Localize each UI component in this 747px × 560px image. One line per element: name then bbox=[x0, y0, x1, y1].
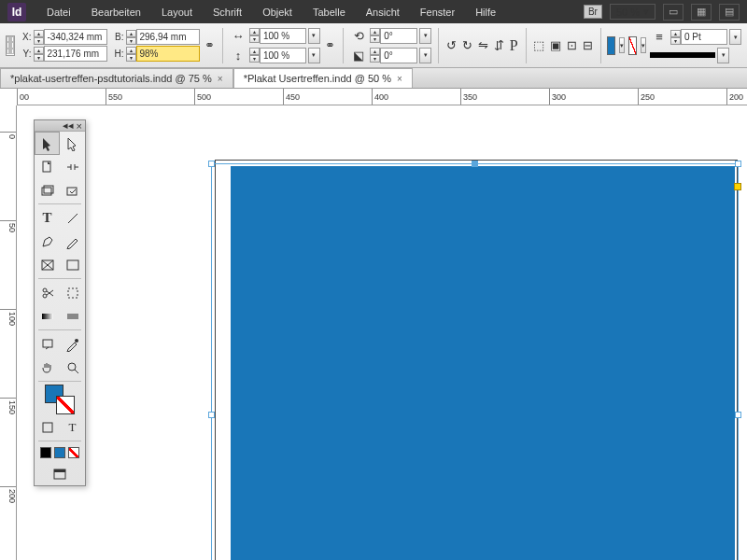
flip-h-icon[interactable]: ⇋ bbox=[477, 36, 489, 55]
fit-frame-icon[interactable]: ⊟ bbox=[582, 36, 594, 55]
w-up[interactable]: ▴ bbox=[126, 30, 136, 37]
scissors-tool[interactable] bbox=[35, 281, 60, 304]
stroke-weight-input[interactable] bbox=[681, 29, 727, 45]
page-tool[interactable] bbox=[35, 155, 60, 178]
close-icon[interactable]: × bbox=[77, 120, 82, 132]
stroke-swatch-none[interactable] bbox=[628, 36, 637, 55]
svg-point-16 bbox=[68, 363, 76, 371]
zoom-level[interactable]: 50 %▾ bbox=[610, 4, 655, 20]
hand-tool[interactable] bbox=[35, 356, 60, 379]
select-content-icon[interactable]: ▣ bbox=[549, 36, 562, 55]
scale-y-input[interactable] bbox=[260, 48, 306, 63]
x-up[interactable]: ▴ bbox=[34, 30, 44, 37]
panel-header[interactable]: ◂◂× bbox=[35, 120, 85, 132]
fill-dd[interactable]: ▾ bbox=[619, 37, 625, 53]
fit-content-icon[interactable]: ⊡ bbox=[566, 36, 578, 55]
tab-doc-2[interactable]: *Plakat Usertreffen.indd @ 50 %× bbox=[233, 68, 413, 88]
handle-top-left[interactable] bbox=[208, 161, 215, 167]
handle-mid-right[interactable] bbox=[735, 412, 741, 418]
zoom-tool[interactable] bbox=[60, 356, 85, 379]
scale-x-input[interactable] bbox=[260, 28, 306, 44]
h-up[interactable]: ▴ bbox=[126, 47, 136, 54]
fill-swatch[interactable] bbox=[607, 36, 615, 55]
horizontal-ruler[interactable]: 00 550 500 450 400 350 300 250 200 bbox=[17, 89, 747, 105]
gap-tool[interactable] bbox=[60, 155, 85, 178]
format-text-icon[interactable]: T bbox=[60, 415, 85, 439]
svg-point-15 bbox=[75, 339, 78, 343]
direct-selection-tool[interactable] bbox=[60, 132, 85, 155]
tab-doc-1[interactable]: *plakat-usertreffen-psdtutorials.indd @ … bbox=[0, 68, 233, 88]
menu-fenster[interactable]: Fenster bbox=[411, 4, 464, 21]
canvas[interactable] bbox=[17, 105, 747, 560]
handle-mid-left[interactable] bbox=[208, 412, 215, 418]
close-icon[interactable]: × bbox=[397, 74, 402, 84]
x-down[interactable]: ▾ bbox=[34, 37, 44, 45]
type-tool[interactable]: T bbox=[35, 206, 60, 230]
stroke-weight-icon: ≡ bbox=[650, 28, 669, 47]
y-up[interactable]: ▴ bbox=[34, 47, 44, 54]
apply-black-icon[interactable] bbox=[40, 447, 51, 458]
rotate-ccw-icon[interactable]: ↺ bbox=[445, 36, 458, 55]
char-panel-icon[interactable]: P bbox=[509, 36, 519, 55]
eyedropper-tool[interactable] bbox=[60, 332, 85, 356]
selection-tool[interactable] bbox=[35, 132, 60, 155]
handle-top-right[interactable] bbox=[735, 161, 741, 167]
screen-mode-icon[interactable]: ▭ bbox=[663, 4, 684, 21]
shear-input[interactable] bbox=[380, 48, 417, 63]
workspace-icon[interactable]: ▤ bbox=[719, 4, 740, 21]
h-down[interactable]: ▾ bbox=[126, 54, 136, 62]
rotate-cw-icon[interactable]: ↻ bbox=[461, 36, 473, 55]
scale-x-icon: ↔ bbox=[229, 26, 247, 45]
stroke-dd[interactable]: ▾ bbox=[641, 37, 646, 53]
scale-y-dd[interactable]: ▾ bbox=[308, 48, 320, 63]
gradient-swatch-tool[interactable] bbox=[35, 304, 60, 328]
close-icon[interactable]: × bbox=[218, 74, 223, 84]
vertical-ruler[interactable]: 0 50 100 150 200 bbox=[0, 105, 17, 560]
menu-datei[interactable]: Datei bbox=[37, 4, 80, 21]
flip-v-icon[interactable]: ⇵ bbox=[493, 36, 505, 55]
menu-tabelle[interactable]: Tabelle bbox=[303, 4, 355, 21]
stroke-color-icon[interactable] bbox=[56, 396, 75, 414]
tool-panel: ◂◂× T T bbox=[34, 119, 86, 486]
pen-tool[interactable] bbox=[35, 230, 60, 253]
bridge-button[interactable]: Br bbox=[584, 5, 602, 19]
apply-color-icon[interactable] bbox=[54, 447, 65, 458]
y-down[interactable]: ▾ bbox=[34, 54, 44, 62]
menu-hilfe[interactable]: Hilfe bbox=[466, 4, 505, 21]
menu-objekt[interactable]: Objekt bbox=[253, 4, 302, 21]
w-input[interactable] bbox=[136, 29, 200, 45]
apply-none-icon[interactable] bbox=[68, 447, 79, 458]
select-container-icon[interactable]: ⬚ bbox=[532, 36, 545, 55]
w-down[interactable]: ▾ bbox=[126, 37, 136, 45]
pencil-tool[interactable] bbox=[60, 230, 85, 253]
x-input[interactable] bbox=[44, 29, 107, 45]
fill-stroke-control[interactable] bbox=[35, 384, 85, 415]
menu-schrift[interactable]: Schrift bbox=[204, 4, 251, 21]
content-placer-tool[interactable] bbox=[60, 178, 85, 202]
reference-point[interactable] bbox=[6, 35, 15, 56]
h-input[interactable] bbox=[136, 46, 200, 62]
handle-top-mid[interactable] bbox=[472, 161, 478, 167]
stroke-style[interactable] bbox=[650, 52, 715, 58]
y-input[interactable] bbox=[44, 46, 107, 62]
arrange-docs-icon[interactable]: ▦ bbox=[691, 4, 712, 21]
line-tool[interactable] bbox=[60, 206, 85, 230]
note-tool[interactable] bbox=[35, 332, 60, 356]
menu-layout[interactable]: Layout bbox=[152, 4, 202, 21]
collapse-icon[interactable]: ◂◂ bbox=[63, 119, 74, 132]
gradient-feather-tool[interactable] bbox=[60, 304, 85, 328]
constrain-scale-icon[interactable]: ⚭ bbox=[324, 36, 336, 55]
view-mode-toggle[interactable] bbox=[35, 462, 85, 485]
live-corner-handle[interactable] bbox=[734, 183, 741, 190]
free-transform-tool[interactable] bbox=[60, 281, 85, 304]
content-collector-tool[interactable] bbox=[35, 178, 60, 202]
rectangle-frame-tool[interactable] bbox=[35, 253, 60, 276]
rotate-input[interactable] bbox=[380, 28, 417, 44]
constrain-wh-icon[interactable]: ⚭ bbox=[204, 36, 216, 55]
menu-ansicht[interactable]: Ansicht bbox=[357, 4, 409, 21]
svg-rect-18 bbox=[43, 423, 52, 432]
format-container-icon[interactable] bbox=[35, 415, 60, 439]
rectangle-tool[interactable] bbox=[60, 253, 85, 276]
menu-bearbeiten[interactable]: Bearbeiten bbox=[82, 4, 150, 21]
scale-x-dd[interactable]: ▾ bbox=[308, 28, 320, 44]
